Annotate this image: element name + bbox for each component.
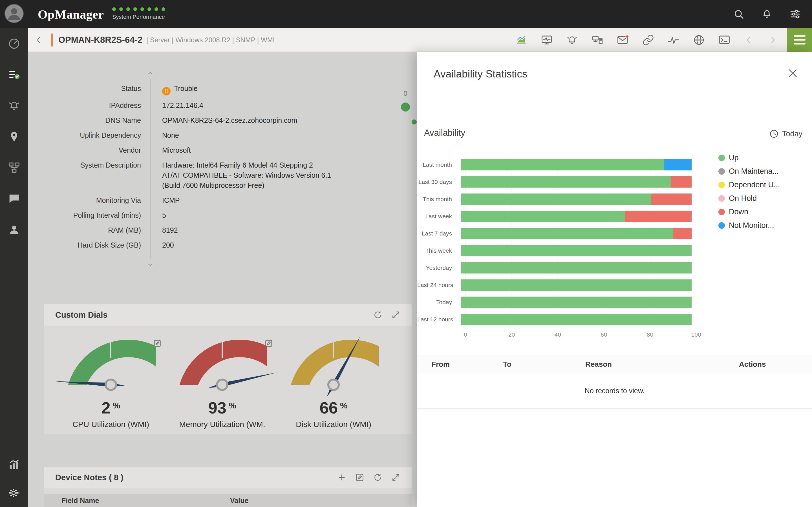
status-dot-icon xyxy=(154,7,158,11)
device-toolbar xyxy=(515,34,777,46)
edit-notes-icon[interactable] xyxy=(355,473,364,482)
refresh-icon[interactable] xyxy=(373,473,382,482)
availability-chart: Last monthLast 30 daysThis monthLast wee… xyxy=(417,156,696,340)
chart-row: Last month xyxy=(417,156,696,173)
detail-value: Hardware: Intel64 Family 6 Model 44 Step… xyxy=(141,160,331,190)
sidebar-item-settings[interactable] xyxy=(0,479,28,507)
legend-item[interactable]: On Maintena... xyxy=(718,165,780,178)
detail-label: DNS Name xyxy=(28,115,141,125)
sparkline-icon[interactable] xyxy=(668,34,679,46)
chart-row: Yesterday xyxy=(417,259,696,276)
legend-item[interactable]: Up xyxy=(718,151,780,165)
records-table-header: From To Reason Actions xyxy=(417,355,812,373)
link-icon[interactable] xyxy=(642,34,654,46)
gauge-notch xyxy=(333,340,334,358)
settings-sliders-icon[interactable] xyxy=(790,8,801,20)
legend-item[interactable]: Dependent U... xyxy=(718,178,780,191)
dial-label: Disk Utilization (WMI) xyxy=(289,420,378,429)
period-label: Today xyxy=(782,129,802,138)
detail-label: Vendor xyxy=(28,145,141,155)
device-detail-row: Uplink DependencyNone xyxy=(28,130,423,140)
sidebar-item-maps[interactable] xyxy=(0,121,28,152)
device-menu-button[interactable] xyxy=(787,28,812,52)
monitor-graph-icon[interactable] xyxy=(541,34,553,46)
x-axis-tick-label: 0 xyxy=(464,331,467,338)
chart-category-label: Last 7 days xyxy=(417,230,456,237)
back-button[interactable] xyxy=(35,36,43,45)
globe-icon[interactable] xyxy=(693,34,705,46)
user-icon xyxy=(8,223,20,236)
detail-label: Polling Interval (mins) xyxy=(28,210,141,220)
chart-row: Today xyxy=(417,293,696,311)
gauge xyxy=(289,340,378,391)
bar-segment xyxy=(664,159,692,170)
chart-category-label: Yesterday xyxy=(417,265,456,271)
user-avatar[interactable] xyxy=(4,4,24,23)
expand-icon[interactable] xyxy=(391,311,400,320)
nav-forward-icon[interactable] xyxy=(767,35,777,45)
availability-chart-rows: Last monthLast 30 daysThis monthLast wee… xyxy=(417,156,696,328)
legend-item[interactable]: On Hold xyxy=(718,191,780,205)
availability-statistics-panel: Availability Statistics Availability Tod… xyxy=(417,52,812,507)
custom-dials-section: Custom Dials 2%CPU Utilization (WMI)93%M… xyxy=(44,304,412,434)
chart-category-label: Today xyxy=(417,299,456,305)
trouble-status-icon: !! xyxy=(162,87,170,96)
detail-label: Status xyxy=(28,83,141,96)
terminal-icon[interactable] xyxy=(718,34,730,46)
chart-row: Last 7 days xyxy=(417,225,696,242)
notifications-bell-icon[interactable] xyxy=(761,8,772,20)
gear-icon xyxy=(8,487,20,499)
legend-label: On Hold xyxy=(729,194,757,203)
bar-segment xyxy=(461,262,692,274)
connected-devices-icon[interactable] xyxy=(592,34,603,46)
downtime-records: From To Reason Actions No records to vie… xyxy=(417,355,812,409)
person-icon xyxy=(5,4,23,22)
legend-item[interactable]: Down xyxy=(718,205,780,219)
add-note-icon[interactable] xyxy=(337,473,346,482)
period-selector[interactable]: Today xyxy=(769,129,802,138)
device-name: OPMAN-K8R2S-64-2 xyxy=(58,35,142,45)
chart-row: Last week xyxy=(417,208,696,225)
bar-segment xyxy=(461,176,671,187)
performance-chart-icon[interactable] xyxy=(515,34,527,46)
nav-back-icon[interactable] xyxy=(744,35,754,45)
legend-item[interactable]: Not Monitor... xyxy=(718,219,780,232)
dial-label: CPU Utilization (WMI) xyxy=(66,420,156,429)
sidebar-item-dashboard[interactable] xyxy=(0,28,28,59)
detail-value: 200 xyxy=(141,240,174,250)
device-notes-body: Field Name Value xyxy=(44,488,412,507)
sidebar-item-users[interactable] xyxy=(0,214,28,245)
background-chart-point-icon xyxy=(401,103,410,112)
dial-value: 2% xyxy=(66,398,156,417)
device-notes-header: Device Notes ( 8 ) xyxy=(44,467,412,488)
virtualization-topology-icon xyxy=(8,161,20,174)
gauge-hub-icon xyxy=(327,379,340,391)
detail-label: RAM (MB) xyxy=(28,225,141,235)
search-icon[interactable] xyxy=(733,8,744,20)
collapse-up-icon[interactable] xyxy=(147,70,154,77)
bar-segment xyxy=(651,193,692,205)
bar-segment xyxy=(461,314,692,325)
sidebar-item-chat[interactable] xyxy=(0,183,28,214)
device-detail-row: Polling Interval (mins)5 xyxy=(28,210,423,220)
chart-bar-track xyxy=(461,228,692,239)
mail-icon[interactable] xyxy=(617,34,629,46)
collapse-down-icon[interactable] xyxy=(147,261,154,268)
sidebar-item-reports[interactable] xyxy=(0,451,28,479)
refresh-icon[interactable] xyxy=(373,311,382,320)
custom-dial: 93%Memory Utilization (WM. xyxy=(177,340,267,429)
device-header: OPMAN-K8R2S-64-2 | Server | Windows 2008… xyxy=(28,28,812,52)
chat-bubble-icon xyxy=(8,192,20,205)
chart-bar-track xyxy=(461,279,692,291)
device-alarms-icon[interactable] xyxy=(566,34,578,46)
close-panel-button[interactable] xyxy=(786,67,799,79)
records-column-header: Actions xyxy=(739,355,766,373)
expand-icon[interactable] xyxy=(391,473,400,482)
legend-color-icon xyxy=(718,182,725,188)
chart-row: Last 24 hours xyxy=(417,276,696,293)
sidebar-item-inventory[interactable] xyxy=(0,59,28,90)
sidebar-item-virtualization[interactable] xyxy=(0,152,28,183)
legend-color-icon xyxy=(718,195,725,202)
sidebar-item-alarms[interactable] xyxy=(0,90,28,121)
device-detail-row: VendorMicrosoft xyxy=(28,145,423,155)
